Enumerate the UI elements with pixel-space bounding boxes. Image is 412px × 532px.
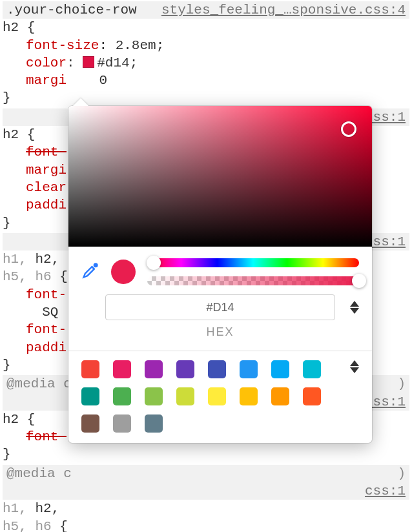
eyedropper-button[interactable] bbox=[81, 261, 99, 283]
rule-header: .your-choice-row styles_feeling_…sponsiv… bbox=[3, 1, 409, 19]
palette-swatch[interactable] bbox=[271, 387, 289, 405]
saturation-value-field[interactable] bbox=[68, 106, 372, 247]
palette-swatch[interactable] bbox=[240, 360, 258, 378]
palette-swatch[interactable] bbox=[113, 414, 131, 433]
code-line: color: #d14; bbox=[3, 54, 409, 72]
palette-swatch[interactable] bbox=[81, 387, 99, 405]
chevron-down-icon[interactable] bbox=[350, 367, 359, 373]
code-line: h2 { bbox=[3, 19, 409, 36]
rule-selector: .your-choice-row bbox=[6, 1, 137, 19]
palette-swatch[interactable] bbox=[81, 414, 99, 433]
format-label: HEX bbox=[81, 325, 359, 339]
color-picker-popover: HEX bbox=[68, 106, 372, 443]
color-swatch-trigger[interactable] bbox=[83, 56, 94, 68]
code-line: h5, h6 { bbox=[3, 518, 409, 532]
palette-swatches bbox=[81, 360, 324, 433]
code-line: } bbox=[3, 89, 409, 107]
hue-thumb[interactable] bbox=[147, 256, 161, 270]
svg-point-0 bbox=[94, 263, 98, 267]
code-line: } bbox=[3, 445, 409, 463]
format-spinner[interactable] bbox=[350, 301, 359, 314]
popover-arrow bbox=[73, 98, 88, 106]
palette-swatch[interactable] bbox=[240, 387, 258, 405]
chevron-down-icon[interactable] bbox=[350, 308, 359, 314]
palette-swatch[interactable] bbox=[145, 414, 163, 433]
palette-swatch[interactable] bbox=[271, 360, 289, 378]
palette-swatch[interactable] bbox=[145, 387, 163, 405]
chevron-up-icon[interactable] bbox=[350, 360, 359, 366]
alpha-thumb[interactable] bbox=[352, 274, 366, 288]
palette-swatch[interactable] bbox=[113, 360, 131, 378]
palette-swatch[interactable] bbox=[208, 387, 226, 405]
rule-source-link[interactable]: styles_feeling_…sponsive.css:4 bbox=[161, 1, 406, 19]
code-line: h1, h2, bbox=[3, 500, 409, 517]
code-line: margi 0 bbox=[3, 72, 409, 89]
palette-swatch[interactable] bbox=[81, 360, 99, 378]
rule-source-link[interactable]: css:1 bbox=[365, 482, 406, 500]
palette-swatch[interactable] bbox=[113, 387, 131, 405]
hex-input[interactable] bbox=[105, 294, 335, 320]
sv-cursor[interactable] bbox=[341, 121, 356, 137]
current-color-swatch bbox=[111, 260, 136, 284]
palette-swatch[interactable] bbox=[303, 387, 321, 405]
palette-swatch[interactable] bbox=[176, 387, 194, 405]
code-line: font-size: 2.8em; bbox=[3, 37, 409, 54]
picker-controls bbox=[68, 247, 372, 294]
palette-swatch[interactable] bbox=[145, 360, 163, 378]
palette-spinner[interactable] bbox=[350, 360, 359, 373]
chevron-up-icon[interactable] bbox=[350, 301, 359, 307]
palette-swatch[interactable] bbox=[303, 360, 321, 378]
alpha-slider[interactable] bbox=[147, 276, 359, 285]
palette-swatch[interactable] bbox=[176, 360, 194, 378]
rule-header: @media c ) bbox=[3, 465, 409, 482]
hue-slider[interactable] bbox=[147, 258, 359, 267]
rule-header: css:1 bbox=[3, 482, 409, 500]
palette-swatch[interactable] bbox=[208, 360, 226, 378]
